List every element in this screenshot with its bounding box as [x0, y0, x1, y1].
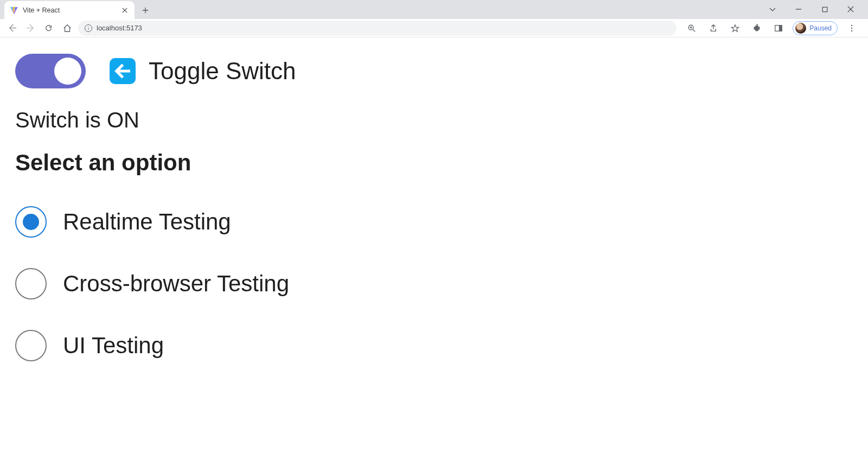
share-icon[interactable] — [706, 21, 721, 36]
browser-toolbar: i localhost:5173 Paused — [0, 19, 868, 37]
browser-tab[interactable]: Vite + React — [4, 1, 135, 19]
new-tab-button[interactable] — [138, 3, 153, 18]
radio-option-realtime[interactable]: Realtime Testing — [15, 206, 853, 238]
toggle-switch[interactable] — [15, 54, 86, 88]
sidepanel-icon[interactable] — [771, 21, 786, 36]
profile-chip[interactable]: Paused — [793, 21, 838, 35]
nav-reload-button[interactable] — [41, 21, 56, 36]
svg-point-8 — [851, 30, 852, 31]
radio-option-ui[interactable]: UI Testing — [15, 330, 853, 361]
kebab-menu-icon[interactable] — [844, 21, 859, 36]
svg-point-7 — [851, 27, 852, 28]
radio-label: UI Testing — [63, 333, 164, 359]
svg-point-6 — [851, 24, 852, 25]
radio-indicator — [15, 268, 47, 299]
tab-title: Vite + React — [23, 7, 116, 14]
address-bar[interactable]: i localhost:5173 — [78, 21, 676, 36]
page-content: Toggle Switch Switch is ON Select an opt… — [0, 37, 868, 378]
radio-group: Realtime Testing Cross-browser Testing U… — [15, 206, 853, 361]
svg-rect-5 — [779, 25, 782, 31]
section-heading: Select an option — [15, 150, 853, 176]
nav-home-button[interactable] — [60, 21, 75, 36]
url-text: localhost:5173 — [97, 24, 142, 32]
site-info-icon[interactable]: i — [85, 24, 92, 32]
window-maximize-button[interactable] — [817, 2, 832, 17]
tab-close-button[interactable] — [120, 6, 129, 15]
profile-status-label: Paused — [809, 24, 832, 32]
switch-status-text: Switch is ON — [15, 108, 853, 132]
tabstrip: Vite + React — [0, 0, 868, 19]
chevron-down-icon[interactable] — [765, 2, 780, 17]
zoom-icon[interactable] — [684, 21, 699, 36]
extensions-icon[interactable] — [749, 21, 764, 36]
window-minimize-button[interactable] — [791, 2, 806, 17]
browser-chrome: Vite + React — [0, 0, 868, 37]
window-controls — [765, 2, 868, 19]
radio-dot-icon — [23, 214, 39, 230]
radio-option-crossbrowser[interactable]: Cross-browser Testing — [15, 268, 853, 299]
window-close-button[interactable] — [843, 2, 858, 17]
headline-row: Toggle Switch — [15, 54, 853, 88]
radio-label: Cross-browser Testing — [63, 271, 289, 297]
nav-forward-button[interactable] — [23, 21, 38, 36]
svg-rect-2 — [822, 7, 827, 12]
radio-label: Realtime Testing — [63, 209, 231, 235]
nav-back-button[interactable] — [4, 21, 20, 36]
toolbar-right: Paused — [680, 21, 864, 36]
avatar-icon — [795, 23, 806, 34]
headline-title: Toggle Switch — [149, 58, 296, 85]
arrow-left-icon — [110, 58, 136, 84]
bookmark-star-icon[interactable] — [727, 21, 743, 36]
toggle-switch-knob — [54, 58, 81, 85]
vite-favicon-icon — [10, 6, 18, 15]
radio-indicator — [15, 330, 47, 361]
radio-indicator — [15, 206, 47, 238]
